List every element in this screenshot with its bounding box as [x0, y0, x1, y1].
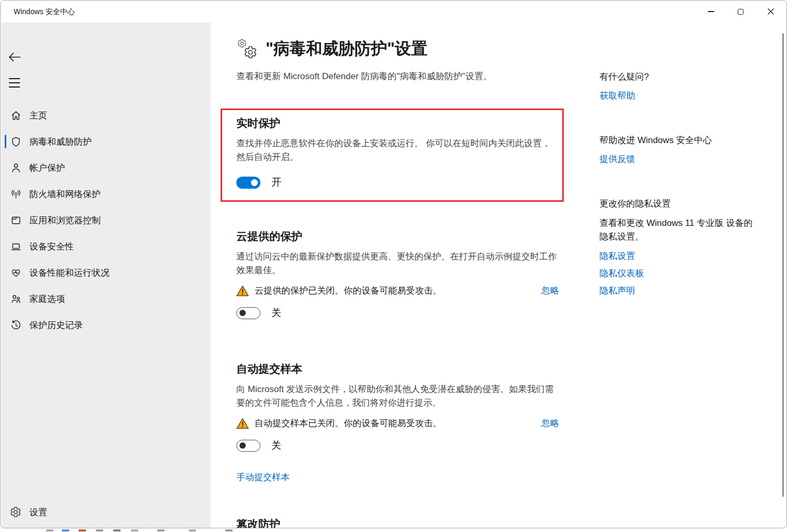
selected-indicator	[5, 135, 6, 148]
sidebar-item-label: 家庭选项	[29, 293, 65, 305]
realtime-protection-highlight-box: 实时保护 查找并停止恶意软件在你的设备上安装或运行。 你可以在短时间内关闭此设置…	[221, 108, 564, 202]
sidebar-item-label: 保护历史记录	[29, 319, 83, 331]
cloud-protection-description: 通过访问云中的最新保护数据提供更高、更快的保护。在打开自动示例提交时工作效果最佳…	[236, 250, 559, 277]
sidebar-item-label: 帐户保护	[29, 162, 65, 174]
privacy-dashboard-link[interactable]: 隐私仪表板	[599, 267, 767, 280]
back-arrow-icon	[8, 51, 22, 63]
privacy-statement-link[interactable]: 隐私声明	[599, 285, 767, 297]
sidebar-item-label: 设置	[29, 506, 47, 518]
sidebar-item-device-performance-health[interactable]: 设备性能和运行状况	[1, 259, 211, 286]
help-aside: 有什么疑问? 获取帮助 帮助改进 Windows 安全中心 提供反馈 更改你的隐…	[599, 23, 767, 297]
sidebar-item-label: 病毒和威胁防护	[29, 136, 92, 148]
app-title: Windows 安全中心	[14, 7, 75, 17]
minimize-icon	[708, 11, 714, 12]
shield-icon	[9, 135, 23, 148]
give-feedback-link[interactable]: 提供反馈	[599, 153, 767, 166]
sidebar-item-virus-threat-protection[interactable]: 病毒和威胁防护	[1, 128, 211, 155]
back-button[interactable]	[8, 49, 26, 66]
close-button[interactable]	[756, 1, 785, 23]
page-title: "病毒和威胁防护"设置	[266, 37, 427, 60]
menu-button[interactable]	[9, 77, 23, 89]
improve-heading: 帮助改进 Windows 安全中心	[599, 134, 767, 146]
sidebar-item-label: 应用和浏览器控制	[29, 214, 101, 226]
sample-submission-title: 自动提交样本	[236, 362, 559, 376]
sidebar-item-label: 设备安全性	[29, 241, 74, 253]
sidebar-item-firewall-network[interactable]: 防火墙和网络保护	[1, 181, 211, 207]
realtime-toggle-state-label: 开	[271, 176, 281, 189]
close-icon	[767, 8, 774, 15]
sample-submission-description: 向 Microsoft 发送示例文件，以帮助你和其他人免受潜在威胁的侵害。如果我…	[236, 383, 559, 410]
realtime-protection-toggle[interactable]	[236, 177, 260, 189]
cloud-toggle-state-label: 关	[271, 306, 281, 320]
sidebar-nav: 主页 病毒和威胁防护 帐户保护	[1, 102, 211, 338]
warning-icon	[236, 285, 249, 297]
gear-icon	[9, 506, 23, 519]
sidebar-item-account-protection[interactable]: 帐户保护	[1, 155, 211, 181]
sidebar-item-home[interactable]: 主页	[1, 102, 211, 128]
device-security-icon	[9, 240, 23, 253]
sidebar-item-label: 设备性能和运行状况	[29, 267, 110, 279]
health-icon	[9, 266, 23, 279]
family-icon	[9, 292, 23, 306]
cloud-protection-toggle[interactable]	[236, 307, 260, 319]
get-help-link[interactable]: 获取帮助	[599, 90, 767, 102]
cloud-warning-dismiss-link[interactable]: 忽略	[541, 285, 559, 297]
title-bar: Windows 安全中心	[1, 1, 786, 23]
sidebar-item-app-browser-control[interactable]: 应用和浏览器控制	[1, 207, 211, 233]
warning-icon	[236, 418, 249, 429]
history-icon	[9, 319, 23, 332]
maximize-button[interactable]	[726, 1, 756, 23]
network-icon	[9, 188, 23, 201]
sidebar-item-family-options[interactable]: 家庭选项	[1, 286, 211, 312]
person-icon	[9, 161, 23, 175]
minimize-button[interactable]	[696, 1, 726, 23]
page-subtitle: 查看和更新 Microsoft Defender 防病毒的"病毒和威胁防护"设置…	[236, 70, 559, 82]
sample-submission-toggle[interactable]	[236, 440, 260, 452]
sample-toggle-state-label: 关	[271, 439, 281, 452]
taskbar-sliver	[0, 528, 787, 532]
questions-heading: 有什么疑问?	[599, 71, 767, 83]
privacy-heading: 更改你的隐私设置	[599, 198, 767, 210]
sample-submission-section: 自动提交样本 向 Microsoft 发送示例文件，以帮助你和其他人免受潜在威胁…	[236, 362, 559, 483]
sidebar-item-label: 主页	[29, 110, 47, 122]
privacy-settings-link[interactable]: 隐私设置	[599, 250, 767, 263]
privacy-description: 查看和更改 Windows 11 专业版 设备的隐私设置。	[599, 216, 759, 244]
realtime-protection-description: 查找并停止恶意软件在你的设备上安装或运行。 你可以在短时间内关闭此设置，然后自动…	[236, 137, 559, 164]
app-browser-icon	[9, 214, 23, 227]
tamper-protection-section: 篡改防护 防止他人篡改重要的安全功能。	[236, 517, 559, 528]
sample-submission-warning: 自动提交样本已关闭。你的设备可能易受攻击。	[255, 417, 541, 429]
sidebar: 主页 病毒和威胁防护 帐户保护	[1, 23, 211, 528]
sidebar-item-device-security[interactable]: 设备安全性	[1, 233, 211, 259]
sample-warning-dismiss-link[interactable]: 忽略	[541, 417, 559, 429]
vertical-scrollbar[interactable]	[782, 33, 784, 497]
sidebar-item-label: 防火墙和网络保护	[29, 188, 101, 200]
realtime-protection-title: 实时保护	[236, 116, 562, 131]
manual-sample-submission-link[interactable]: 手动提交样本	[236, 471, 290, 483]
sidebar-item-protection-history[interactable]: 保护历史记录	[1, 312, 211, 338]
virus-protection-settings-icon	[237, 38, 259, 63]
home-icon	[9, 109, 23, 122]
windows-security-window: Windows 安全中心	[0, 0, 787, 528]
cloud-protection-title: 云提供的保护	[236, 229, 559, 244]
maximize-icon	[738, 9, 744, 15]
tamper-protection-title: 篡改防护	[236, 517, 559, 528]
main-content: "病毒和威胁防护"设置 查看和更新 Microsoft Defender 防病毒…	[236, 23, 559, 528]
cloud-protection-warning: 云提供的保护已关闭。你的设备可能易受攻击。	[255, 285, 541, 297]
sidebar-item-settings[interactable]: 设置	[1, 500, 211, 524]
cloud-protection-section: 云提供的保护 通过访问云中的最新保护数据提供更高、更快的保护。在打开自动示例提交…	[236, 229, 559, 320]
